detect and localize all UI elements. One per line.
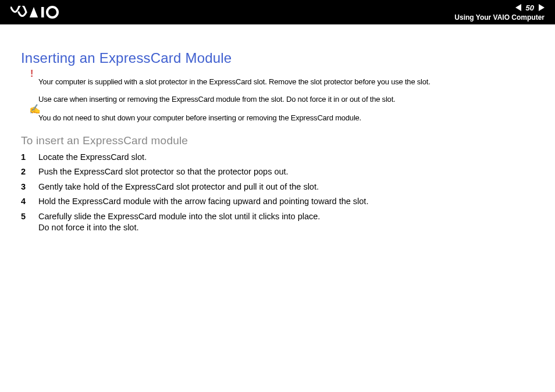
note-icon: ✍ [29, 104, 41, 115]
caution-icon: ! [30, 69, 33, 79]
step-number: 3 [21, 181, 38, 193]
note-block: ✍ You do not need to shut down your comp… [38, 113, 534, 123]
step-text: Locate the ExpressCard slot. [38, 152, 534, 163]
step-number: 5 [21, 211, 38, 234]
page-content: Inserting an ExpressCard Module ! Your c… [0, 24, 555, 234]
step-item: 3 Gently take hold of the ExpressCard sl… [21, 181, 534, 193]
caution-text-2: Use care when inserting or removing the … [38, 94, 534, 105]
header-bar: 50 Using Your VAIO Computer [0, 0, 555, 24]
page-nav: 50 [515, 3, 545, 12]
vaio-logo-svg [10, 6, 63, 19]
step-text: Push the ExpressCard slot protector so t… [38, 166, 534, 178]
svg-point-1 [47, 7, 58, 17]
vaio-logo [10, 6, 63, 19]
step-item: 5 Carefully slide the ExpressCard module… [21, 211, 534, 234]
step-item: 1 Locate the ExpressCard slot. [21, 152, 534, 163]
page-number: 50 [524, 3, 536, 12]
section-subtitle: To insert an ExpressCard module [21, 134, 534, 147]
svg-rect-0 [41, 7, 44, 17]
step-item: 2 Push the ExpressCard slot protector so… [21, 166, 534, 178]
step-text: Hold the ExpressCard module with the arr… [38, 196, 534, 208]
step-item: 4 Hold the ExpressCard module with the a… [21, 196, 534, 208]
step-text: Gently take hold of the ExpressCard slot… [38, 181, 534, 193]
caution-block: ! Your computer is supplied with a slot … [38, 77, 534, 105]
step-number: 1 [21, 152, 38, 163]
step-text: Carefully slide the ExpressCard module i… [38, 211, 534, 234]
caution-text-1: Your computer is supplied with a slot pr… [38, 77, 534, 87]
next-page-icon[interactable] [539, 4, 545, 11]
steps-list: 1 Locate the ExpressCard slot. 2 Push th… [21, 152, 534, 234]
breadcrumb: Using Your VAIO Computer [454, 13, 545, 22]
step-number: 2 [21, 166, 38, 178]
step-number: 4 [21, 196, 38, 208]
header-right: 50 Using Your VAIO Computer [454, 3, 545, 22]
page-title: Inserting an ExpressCard Module [21, 50, 534, 66]
note-text: You do not need to shut down your comput… [38, 113, 534, 123]
prev-page-icon[interactable] [515, 4, 521, 11]
